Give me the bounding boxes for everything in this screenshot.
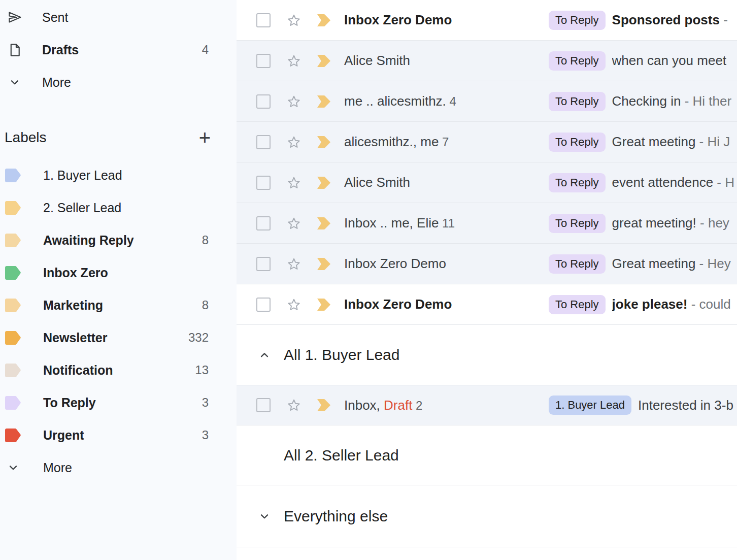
star-icon[interactable] <box>286 134 302 151</box>
email-row[interactable]: alicesmithz., me 7To ReplyGreat meeting … <box>237 122 737 162</box>
label-badge[interactable]: To Reply <box>549 11 606 30</box>
sender: Alice Smith <box>344 53 549 69</box>
select-checkbox[interactable] <box>256 398 271 412</box>
email-row[interactable]: Alice SmithTo Replywhen can you meet <box>237 41 737 81</box>
star-icon[interactable] <box>286 397 302 414</box>
chevron-down-icon <box>5 460 21 475</box>
unread-count: 3 <box>202 396 209 410</box>
snippet: H <box>725 175 734 190</box>
sender-name: Alice Smith <box>344 53 410 68</box>
importance-marker-icon[interactable] <box>316 399 331 412</box>
chevron-down-icon[interactable] <box>258 510 271 523</box>
sender-name: me .. alicesmithz. <box>344 93 446 109</box>
label-badge[interactable]: To Reply <box>549 92 606 111</box>
importance-marker-icon[interactable] <box>316 14 331 27</box>
email-row[interactable]: Inbox Zero DemoTo ReplyGreat meeting - H… <box>237 244 737 284</box>
sidebar-label-marketing[interactable]: Marketing8 <box>0 289 237 321</box>
subject: Sponsored posts <box>612 12 720 27</box>
thread-count: 2 <box>412 399 422 412</box>
sidebar-folders: SentDrafts4More <box>0 1 237 98</box>
sidebar-label-name: Urgent <box>43 428 202 443</box>
subject-snippet: Checking in - Hi ther <box>612 93 737 109</box>
subject: joke please! <box>612 297 688 312</box>
section-title: All 2. Seller Lead <box>284 447 399 464</box>
sender: Inbox, Draft 2 <box>344 398 549 413</box>
sender-name: Inbox Zero Demo <box>344 12 452 27</box>
sidebar-label-name: Notification <box>43 363 195 378</box>
importance-marker-icon[interactable] <box>316 54 331 68</box>
email-row[interactable]: Inbox .. me, Elie 11To Replygreat meetin… <box>237 203 737 244</box>
select-checkbox[interactable] <box>256 176 271 190</box>
unread-count: 8 <box>202 233 209 247</box>
sidebar-label-inbox-zero[interactable]: Inbox Zero <box>0 256 237 289</box>
label-badge[interactable]: To Reply <box>549 173 606 192</box>
sidebar-label-name: Newsletter <box>43 331 188 345</box>
sidebar-label-notification[interactable]: Notification13 <box>0 354 237 386</box>
importance-marker-icon[interactable] <box>316 298 331 311</box>
email-row[interactable]: Inbox Zero DemoTo Replyjoke please! - co… <box>237 284 737 325</box>
unread-count: 13 <box>195 363 209 377</box>
star-icon[interactable] <box>286 255 302 273</box>
label-badge[interactable]: To Reply <box>549 214 606 233</box>
sidebar-label-name: Inbox Zero <box>43 266 209 280</box>
select-checkbox[interactable] <box>256 94 271 109</box>
email-row[interactable]: Alice SmithTo Replyevent attendence - H <box>237 162 737 203</box>
sidebar-label-1-buyer-lead[interactable]: 1. Buyer Lead <box>0 159 237 191</box>
select-checkbox[interactable] <box>256 13 271 27</box>
sidebar-item-sent[interactable]: Sent <box>0 1 237 34</box>
sidebar-label-newsletter[interactable]: Newsletter332 <box>0 321 237 354</box>
sidebar-label-to-reply[interactable]: To Reply3 <box>0 386 237 419</box>
sidebar-label-urgent[interactable]: Urgent3 <box>0 419 237 451</box>
importance-marker-icon[interactable] <box>316 176 331 189</box>
unread-count: 4 <box>202 43 209 57</box>
snippet: Hey <box>707 256 730 271</box>
sidebar-item-label: More <box>43 460 209 475</box>
sender-name: alicesmithz., me <box>344 134 439 149</box>
subject-snippet: Great meeting - Hey <box>612 256 737 272</box>
snippet: Hi ther <box>693 93 732 109</box>
thread-count: 11 <box>439 216 455 230</box>
importance-marker-icon[interactable] <box>316 95 331 108</box>
sidebar-item-more-labels[interactable]: More <box>0 451 237 484</box>
label-badge[interactable]: To Reply <box>549 254 606 274</box>
sidebar-label-name: 1. Buyer Lead <box>43 168 209 183</box>
sidebar-item-label: More <box>42 75 209 90</box>
star-icon[interactable] <box>286 52 302 70</box>
select-checkbox[interactable] <box>256 135 271 149</box>
importance-marker-icon[interactable] <box>316 217 331 230</box>
star-icon[interactable] <box>286 174 302 191</box>
select-checkbox[interactable] <box>256 216 271 230</box>
chevron-down-icon <box>7 75 22 90</box>
subject-snippet: great meeting! - hey <box>612 215 737 231</box>
label-badge[interactable]: To Reply <box>549 51 606 71</box>
importance-marker-icon[interactable] <box>316 136 331 149</box>
star-icon[interactable] <box>286 296 302 313</box>
star-icon[interactable] <box>286 12 302 29</box>
select-checkbox[interactable] <box>256 54 271 68</box>
star-icon[interactable] <box>286 93 302 110</box>
chevron-up-icon[interactable] <box>258 348 271 361</box>
sidebar-item-drafts[interactable]: Drafts4 <box>0 34 237 66</box>
sidebar-label-2-seller-lead[interactable]: 2. Seller Lead <box>0 191 237 224</box>
email-row[interactable]: Inbox Zero DemoTo ReplySponsored posts - <box>237 0 737 41</box>
star-icon[interactable] <box>286 215 302 232</box>
add-label-button[interactable]: + <box>199 131 211 144</box>
section-title: Everything else <box>284 508 388 525</box>
subject: Great meeting <box>612 256 696 271</box>
select-checkbox[interactable] <box>256 298 271 312</box>
label-badge[interactable]: To Reply <box>549 295 606 314</box>
subject: Great meeting <box>612 134 696 149</box>
label-badge[interactable]: 1. Buyer Lead <box>549 396 631 415</box>
email-row[interactable]: me .. alicesmithz. 4To ReplyChecking in … <box>237 81 737 122</box>
section-title: All 1. Buyer Lead <box>284 346 399 364</box>
sidebar-item-more[interactable]: More <box>0 66 237 98</box>
importance-marker-icon[interactable] <box>316 257 331 271</box>
label-tag-icon <box>5 331 21 345</box>
unread-count: 332 <box>188 331 209 345</box>
label-tag-icon <box>5 234 21 247</box>
email-row[interactable]: Inbox, Draft 21. Buyer LeadInterested in… <box>237 385 737 425</box>
sidebar-label-awaiting-reply[interactable]: Awaiting Reply8 <box>0 224 237 256</box>
label-badge[interactable]: To Reply <box>549 133 606 152</box>
thread-count: 4 <box>446 94 456 108</box>
select-checkbox[interactable] <box>256 257 271 271</box>
